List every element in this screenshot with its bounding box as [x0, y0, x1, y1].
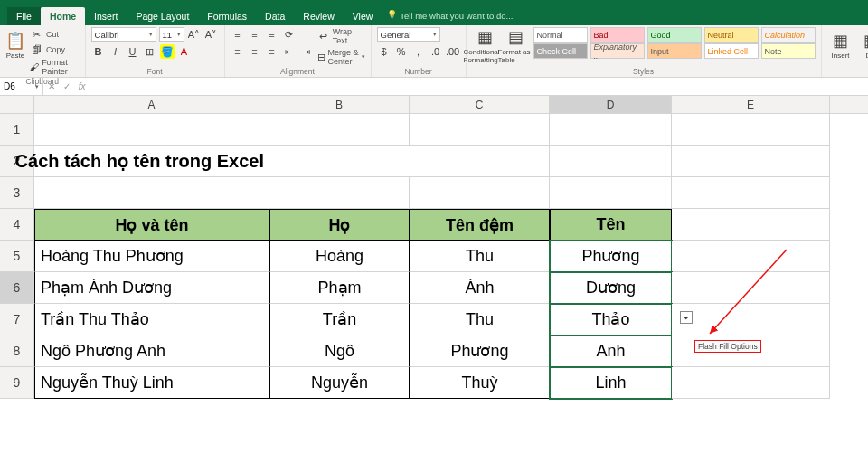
style-neutral[interactable]: Neutral — [704, 27, 759, 43]
cell-A4[interactable]: Họ và tên — [34, 209, 269, 241]
cell-D7[interactable]: Thảo — [550, 304, 672, 335]
fill-color-button[interactable]: 🪣 — [160, 44, 175, 59]
row-header[interactable]: 5 — [0, 241, 34, 272]
tab-home[interactable]: Home — [41, 7, 85, 25]
tab-data[interactable]: Data — [256, 7, 294, 25]
wrap-text-button[interactable]: ↩Wrap Text — [317, 27, 365, 45]
cell-A6[interactable]: Phạm Ánh Dương — [34, 272, 269, 304]
cell-B1[interactable] — [269, 114, 410, 146]
style-bad[interactable]: Bad — [590, 27, 645, 43]
merge-center-button[interactable]: ⊟Merge & Center▾ — [317, 48, 365, 66]
tab-formulas[interactable]: Formulas — [198, 7, 256, 25]
row-header[interactable]: 1 — [0, 114, 34, 146]
increase-font-icon[interactable]: A˄ — [187, 27, 202, 42]
cell-A7[interactable]: Trần Thu Thảo — [34, 304, 269, 335]
cell-C9[interactable]: Thuỳ — [410, 367, 550, 399]
flash-fill-options[interactable]: Flash Fill Options — [694, 340, 761, 353]
align-center-icon[interactable]: ≡ — [248, 44, 262, 59]
cut-button[interactable]: ✂Cut — [29, 27, 80, 42]
cell-E6[interactable] — [672, 272, 830, 304]
comma-icon[interactable]: , — [411, 44, 426, 59]
cell-C5[interactable]: Thu — [410, 241, 550, 272]
tab-insert[interactable]: Insert — [85, 7, 127, 25]
col-header-D[interactable]: D — [550, 96, 672, 113]
align-left-icon[interactable]: ≡ — [231, 44, 245, 59]
cell-A1[interactable] — [34, 114, 269, 146]
align-middle-icon[interactable]: ≡ — [248, 27, 262, 42]
cell-C8[interactable]: Phương — [410, 335, 550, 367]
cell-A5[interactable]: Hoàng Thu Phương — [34, 241, 269, 272]
cell-B6[interactable]: Phạm — [269, 272, 410, 304]
cell-C4[interactable]: Tên đệm — [410, 209, 550, 241]
fx-icon[interactable]: fx — [79, 81, 86, 91]
conditional-formatting-button[interactable]: ▦Conditional Formatting — [472, 27, 499, 63]
currency-icon[interactable]: $ — [377, 44, 392, 59]
orientation-icon[interactable]: ⟳ — [282, 27, 297, 42]
borders-button[interactable]: ⊞ — [143, 44, 157, 59]
name-box[interactable]: D6▾ — [0, 78, 43, 95]
row-header[interactable]: 7 — [0, 304, 34, 335]
row-header[interactable]: 4 — [0, 209, 34, 241]
style-calculation[interactable]: Calculation — [761, 27, 816, 43]
flash-fill-dropdown[interactable]: ⏷ — [680, 311, 693, 324]
cell-C7[interactable]: Thu — [410, 304, 550, 335]
style-note[interactable]: Note — [761, 43, 816, 59]
cell-A9[interactable]: Nguyễn Thuỳ Linh — [34, 367, 269, 399]
cell-C1[interactable] — [410, 114, 550, 146]
col-header-A[interactable]: A — [34, 96, 269, 113]
cell-E5[interactable] — [672, 241, 830, 272]
format-as-table-button[interactable]: ▤Format as Table — [503, 27, 530, 63]
cell-B3[interactable] — [269, 177, 410, 209]
formula-input[interactable] — [90, 78, 868, 95]
dec-decimal-icon[interactable]: .00 — [446, 44, 460, 59]
cell-E4[interactable] — [672, 209, 830, 241]
cancel-icon[interactable]: ✕ — [48, 81, 55, 91]
underline-button[interactable]: U — [126, 44, 140, 59]
align-right-icon[interactable]: ≡ — [265, 44, 279, 59]
bold-button[interactable]: B — [91, 44, 106, 59]
inc-decimal-icon[interactable]: .0 — [429, 44, 443, 59]
cell-D3[interactable] — [550, 177, 672, 209]
cell-B2[interactable] — [269, 146, 410, 177]
tab-page-layout[interactable]: Page Layout — [127, 7, 198, 25]
cell-E9[interactable] — [672, 367, 830, 399]
paste-button[interactable]: 📋Paste — [5, 27, 25, 63]
tab-review[interactable]: Review — [294, 7, 343, 25]
style-input[interactable]: Input — [647, 43, 702, 59]
select-all-corner[interactable] — [0, 96, 34, 113]
cell-D9[interactable]: Linh — [550, 367, 672, 399]
align-top-icon[interactable]: ≡ — [231, 27, 245, 42]
copy-button[interactable]: 🗐Copy — [29, 43, 80, 57]
cell-E3[interactable] — [672, 177, 830, 209]
cell-E1[interactable] — [672, 114, 830, 146]
cell-E7[interactable] — [672, 304, 830, 335]
row-header[interactable]: 6 — [0, 272, 34, 304]
insert-cells-button[interactable]: ▦Insert — [827, 27, 854, 63]
style-explanatory[interactable]: Explanatory ... — [590, 43, 645, 59]
indent-dec-icon[interactable]: ⇤ — [282, 44, 297, 59]
cell-C6[interactable]: Ánh — [410, 272, 550, 304]
cell-D1[interactable] — [550, 114, 672, 146]
align-bottom-icon[interactable]: ≡ — [265, 27, 279, 42]
cell-D4[interactable]: Tên — [550, 209, 672, 241]
row-header[interactable]: 9 — [0, 367, 34, 399]
cell-B7[interactable]: Trần — [269, 304, 410, 335]
decrease-font-icon[interactable]: A˅ — [204, 27, 219, 42]
col-header-E[interactable]: E — [672, 96, 830, 113]
tell-me[interactable]: Tell me what you want to do... — [382, 7, 520, 25]
col-header-B[interactable]: B — [269, 96, 410, 113]
row-header[interactable]: 8 — [0, 335, 34, 367]
tab-file[interactable]: File — [7, 7, 41, 25]
italic-button[interactable]: I — [108, 44, 123, 59]
enter-icon[interactable]: ✓ — [63, 81, 71, 91]
indent-inc-icon[interactable]: ⇥ — [299, 44, 314, 59]
style-linked-cell[interactable]: Linked Cell — [704, 43, 759, 59]
style-good[interactable]: Good — [647, 27, 702, 43]
style-check-cell[interactable]: Check Cell — [533, 43, 588, 59]
font-color-button[interactable]: A — [177, 44, 192, 59]
cell-E2[interactable] — [672, 146, 830, 177]
font-size[interactable]: 11▾ — [159, 27, 184, 42]
style-normal[interactable]: Normal — [533, 27, 588, 43]
number-format[interactable]: General▾ — [377, 27, 440, 42]
cell-D6[interactable]: Dương — [550, 272, 672, 304]
